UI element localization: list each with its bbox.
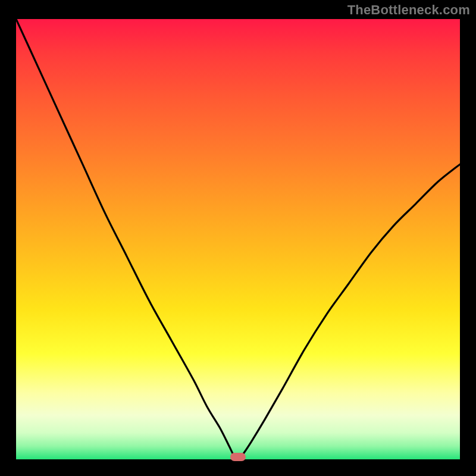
watermark-text: TheBottleneck.com xyxy=(347,2,470,18)
optimal-marker xyxy=(230,453,246,461)
bottleneck-curve xyxy=(16,19,460,459)
chart-frame: TheBottleneck.com xyxy=(0,0,476,476)
plot-area xyxy=(16,19,460,459)
